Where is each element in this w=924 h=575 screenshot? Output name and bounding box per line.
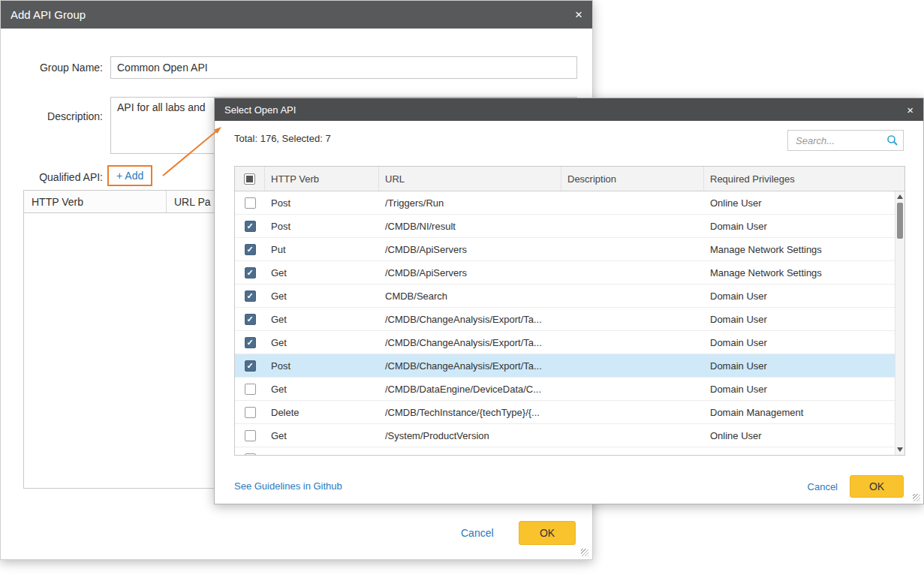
cell-http-verb: Get bbox=[265, 453, 379, 456]
scrollbar-thumb[interactable] bbox=[897, 203, 903, 239]
cell-url: /CMDB/DataEngine/DeviceData/C... bbox=[379, 384, 561, 395]
table-row[interactable]: Post /Triggers/Run Online User bbox=[235, 191, 904, 215]
description-label: Description: bbox=[22, 110, 103, 122]
cell-required-privileges: Domain User bbox=[704, 221, 904, 232]
cell-required-privileges: Manage Network Settings bbox=[704, 244, 904, 255]
add-api-button[interactable]: + Add bbox=[107, 165, 152, 186]
cell-url: /CMDB/NI/result bbox=[379, 221, 561, 232]
cell-http-verb: Get bbox=[265, 430, 379, 441]
table-row[interactable]: Get CMDB/Search Domain User bbox=[235, 284, 904, 308]
select-open-api-titlebar[interactable]: Select Open API × bbox=[215, 98, 923, 121]
cancel-button[interactable]: Cancel bbox=[808, 481, 838, 492]
cell-required-privileges: Domain User bbox=[704, 291, 904, 302]
dialog-title: Add API Group bbox=[11, 8, 86, 21]
cell-http-verb: Get bbox=[265, 291, 379, 302]
cell-url: /CMDB/ApiServers bbox=[379, 267, 561, 278]
ok-button[interactable]: OK bbox=[850, 475, 904, 498]
cell-url: /CMDB/TechInstance/{techType}/{... bbox=[379, 407, 561, 418]
column-header-url: URL bbox=[379, 167, 561, 191]
cell-required-privileges: Domain User bbox=[704, 337, 904, 348]
cell-required-privileges: Domain User bbox=[704, 314, 904, 325]
column-header-http-verb: HTTP Verb bbox=[265, 167, 379, 191]
row-checkbox[interactable] bbox=[245, 360, 256, 372]
open-api-table-header: HTTP Verb URL Description Required Privi… bbox=[235, 167, 904, 191]
table-row[interactable]: Get /CMDB/ChangeAnalysis/Export/Ta... Do… bbox=[235, 331, 904, 354]
scroll-up-arrow-icon[interactable] bbox=[897, 194, 903, 199]
cell-url: /CMDB/ChangeAnalysis/Export/Ta... bbox=[379, 314, 561, 325]
cell-http-verb: Post bbox=[265, 360, 379, 372]
cell-url: CMDB/Search bbox=[379, 291, 561, 302]
cell-url: /CMDB/ApiServers bbox=[379, 244, 561, 255]
table-scrollbar[interactable] bbox=[895, 191, 904, 455]
table-row[interactable]: Delete /CMDB/TechInstance/{techType}/{..… bbox=[235, 401, 904, 424]
page: { "back_dialog": { "title": "Add API Gro… bbox=[0, 0, 924, 575]
qualified-api-label: Qualified API: bbox=[22, 171, 103, 183]
row-checkbox[interactable] bbox=[245, 267, 256, 278]
table-row[interactable]: Get /CMDB/ApiServers Manage Network Sett… bbox=[235, 261, 904, 284]
dialog-title: Select Open API bbox=[224, 104, 296, 116]
api-table-body: Post /Triggers/Run Online User Post /CMD… bbox=[235, 191, 904, 455]
column-header-description: Description bbox=[561, 167, 704, 191]
cell-http-verb: Post bbox=[265, 221, 379, 232]
cell-required-privileges: Online User bbox=[704, 430, 904, 441]
table-row[interactable]: Get /CMDB/ChangeAnalysis/Export/Ta... Do… bbox=[235, 308, 904, 331]
cell-url: /Triggers/Run bbox=[379, 197, 561, 209]
table-row[interactable]: Post /CMDB/NI/result Domain User bbox=[235, 215, 904, 238]
column-header-http-verb: HTTP Verb bbox=[24, 191, 167, 212]
row-checkbox[interactable] bbox=[245, 197, 256, 209]
row-checkbox[interactable] bbox=[245, 430, 256, 441]
row-checkbox[interactable] bbox=[245, 337, 256, 348]
table-row[interactable]: Get /CMDB/UserRouting/LogonSettings Shar… bbox=[235, 447, 904, 455]
row-checkbox[interactable] bbox=[245, 407, 256, 418]
scroll-down-arrow-icon[interactable] bbox=[897, 447, 903, 452]
cell-url: /CMDB/ChangeAnalysis/Export/Ta... bbox=[379, 360, 561, 372]
search-box bbox=[787, 130, 904, 151]
cell-http-verb: Get bbox=[265, 267, 379, 278]
column-header-required-privileges: Required Privileges bbox=[704, 167, 904, 191]
cell-url: /CMDB/UserRouting/LogonSettings bbox=[379, 453, 561, 456]
cell-required-privileges: Domain User bbox=[704, 360, 904, 372]
resize-handle[interactable] bbox=[913, 494, 920, 501]
search-input[interactable] bbox=[794, 134, 886, 147]
close-icon[interactable]: × bbox=[907, 104, 913, 116]
cancel-button[interactable]: Cancel bbox=[461, 527, 494, 539]
ok-button[interactable]: OK bbox=[519, 521, 576, 545]
cell-http-verb: Get bbox=[265, 384, 379, 395]
table-row[interactable]: Post /CMDB/ChangeAnalysis/Export/Ta... D… bbox=[235, 354, 904, 378]
cell-required-privileges: Manage Network Settings bbox=[704, 267, 904, 278]
table-row[interactable]: Put /CMDB/ApiServers Manage Network Sett… bbox=[235, 238, 904, 261]
row-checkbox[interactable] bbox=[245, 453, 256, 456]
cell-http-verb: Get bbox=[265, 314, 379, 325]
row-checkbox[interactable] bbox=[245, 384, 256, 395]
search-icon[interactable] bbox=[886, 134, 898, 146]
group-name-input[interactable] bbox=[110, 56, 577, 79]
cell-required-privileges: Domain User bbox=[704, 384, 904, 395]
open-api-table: HTTP Verb URL Description Required Privi… bbox=[234, 166, 905, 456]
select-open-api-dialog: Select Open API × Total: 176, Selected: … bbox=[214, 98, 924, 504]
row-checkbox[interactable] bbox=[245, 314, 256, 325]
group-name-label: Group Name: bbox=[22, 62, 103, 74]
resize-handle[interactable] bbox=[581, 549, 588, 556]
table-row[interactable]: Get /System/ProductVersion Online User bbox=[235, 424, 904, 447]
cell-http-verb: Put bbox=[265, 244, 379, 255]
row-checkbox[interactable] bbox=[245, 244, 256, 255]
select-all-checkbox[interactable] bbox=[244, 173, 255, 185]
cell-required-privileges: Share Online Mo... bbox=[704, 453, 904, 456]
guidelines-link[interactable]: See Guidelines in Github bbox=[234, 480, 342, 492]
cell-http-verb: Post bbox=[265, 197, 379, 209]
selection-summary: Total: 176, Selected: 7 bbox=[234, 133, 331, 144]
cell-url: /System/ProductVersion bbox=[379, 430, 561, 441]
cell-http-verb: Delete bbox=[265, 407, 379, 418]
close-icon[interactable]: × bbox=[575, 8, 582, 21]
cell-url: /CMDB/ChangeAnalysis/Export/Ta... bbox=[379, 337, 561, 348]
table-row[interactable]: Get /CMDB/DataEngine/DeviceData/C... Dom… bbox=[235, 378, 904, 401]
cell-required-privileges: Online User bbox=[704, 197, 904, 209]
cell-required-privileges: Domain Management bbox=[704, 407, 904, 418]
cell-http-verb: Get bbox=[265, 337, 379, 348]
row-checkbox[interactable] bbox=[245, 221, 256, 232]
row-checkbox[interactable] bbox=[245, 291, 256, 302]
add-api-group-titlebar[interactable]: Add API Group × bbox=[1, 1, 592, 29]
